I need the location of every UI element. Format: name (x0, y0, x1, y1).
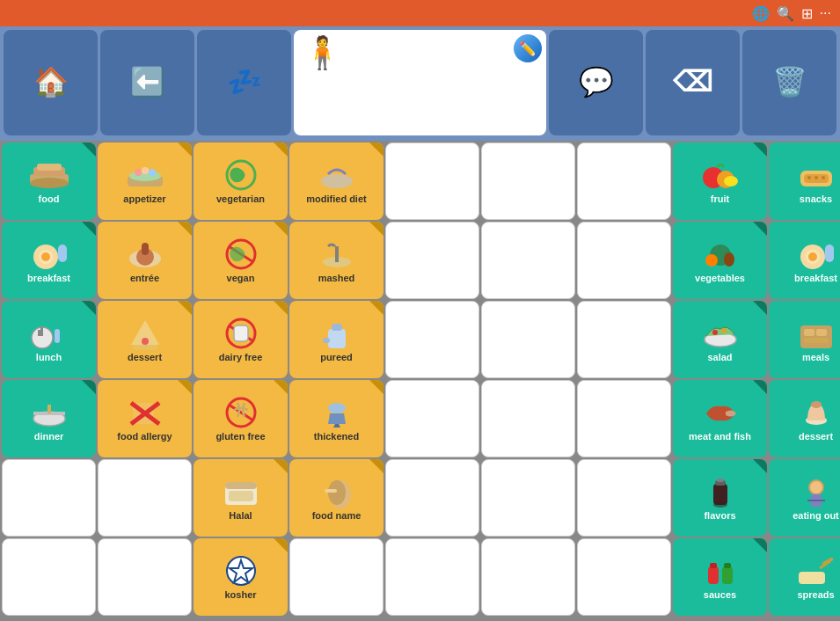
cell-mashed[interactable]: mashed (289, 222, 383, 299)
svg-rect-87 (799, 572, 825, 584)
cell-dessert[interactable]: dessert (98, 301, 192, 378)
cell-eating-out[interactable]: eating out (769, 459, 840, 537)
kosher-label: kosher (224, 589, 256, 600)
cell-fruit[interactable]: fruit (673, 142, 767, 220)
svg-rect-81 (816, 329, 827, 336)
jump-back-button[interactable]: ⬅️ (100, 30, 194, 135)
cell-empty-5-2 (481, 301, 575, 378)
cell-vegan[interactable]: vegan (194, 222, 288, 299)
cell-Halal[interactable]: Halal (194, 459, 288, 537)
speak-icon: 💬 (579, 67, 614, 98)
more-icon[interactable]: ··· (820, 5, 831, 22)
trash-icon: 🗑️ (772, 67, 807, 98)
cell-food-name[interactable]: food name (289, 459, 383, 537)
col-modified-diet: modified dietmashedpureedthickenedfood n… (289, 142, 383, 619)
cell-breakfast[interactable]: breakfast (769, 222, 840, 299)
svg-rect-65 (708, 566, 719, 584)
sauces-icon (699, 554, 741, 588)
clear-button[interactable]: 🗑️ (742, 30, 836, 135)
dinner-icon (28, 396, 70, 429)
cell-snacks[interactable]: snacks (769, 142, 840, 220)
flavors-icon (699, 475, 741, 508)
back-arrow-icon: ⬅️ (130, 67, 165, 98)
cell-pureed[interactable]: pureed (289, 301, 383, 378)
cell-dairy-free[interactable]: dairy free (194, 301, 288, 378)
cell-empty-6-5 (577, 538, 671, 616)
cell-kosher[interactable]: kosher (194, 538, 288, 616)
svg-point-60 (721, 328, 727, 333)
meals-label: meals (802, 352, 829, 362)
svg-point-56 (705, 254, 718, 267)
cell-empty-5-0 (481, 142, 575, 220)
vegan-label: vegan (227, 273, 255, 283)
cell-spreads[interactable]: spreads (769, 538, 840, 616)
spreads-icon (795, 554, 837, 588)
appetizer-label: appetizer (123, 194, 165, 204)
svg-rect-39 (229, 491, 253, 501)
salad-label: salad (707, 352, 732, 362)
col-diet-types: vegetarianvegandairy freegluten freeHala… (194, 142, 288, 619)
cell-dessert[interactable]: dessert (769, 380, 840, 457)
jump-home-button[interactable]: 🏠 (4, 30, 98, 135)
cell-lunch[interactable]: lunch (2, 301, 96, 378)
search-icon[interactable]: 🔍 (777, 5, 794, 22)
speak-button[interactable]: 💬 (549, 30, 643, 135)
thickened-label: thickened (314, 431, 359, 442)
cell-empty-1-4 (98, 459, 192, 537)
svg-rect-7 (58, 245, 67, 262)
sauces-label: sauces (704, 589, 736, 600)
chat-area[interactable]: 🧍 ✏️ (294, 30, 546, 135)
vegetarian-icon (220, 158, 262, 192)
svg-rect-24 (133, 345, 157, 350)
cell-food[interactable]: food (2, 142, 96, 220)
svg-rect-68 (724, 563, 731, 568)
cell-appetizer[interactable]: appetizer (98, 142, 192, 220)
cell-meat-and-fish[interactable]: meat and fish (673, 380, 767, 457)
svg-rect-63 (717, 479, 724, 482)
col-empty-1 (385, 142, 479, 619)
pureed-label: pureed (320, 352, 353, 362)
grid-icon[interactable]: ⊞ (801, 5, 813, 22)
pencil-icon[interactable]: ✏️ (514, 34, 542, 62)
cell-vegetables[interactable]: vegetables (673, 222, 767, 299)
svg-point-42 (321, 174, 353, 188)
svg-rect-9 (40, 327, 43, 336)
food-label: food (39, 194, 60, 204)
gluten-free-label: gluten free (215, 431, 265, 442)
delete-icon: ⌫ (673, 67, 712, 98)
svg-rect-51 (325, 489, 337, 493)
cell-gluten-free[interactable]: gluten free (194, 380, 288, 457)
cell-salad[interactable]: salad (673, 301, 767, 378)
svg-rect-80 (804, 338, 829, 343)
globe-icon[interactable]: 🌐 (752, 5, 770, 22)
delete-word-button[interactable]: ⌫ (646, 30, 740, 135)
svg-rect-11 (55, 329, 60, 343)
rest-button[interactable]: 💤 (197, 30, 291, 135)
svg-rect-45 (328, 329, 346, 348)
svg-point-2 (30, 178, 69, 188)
cell-breakfast[interactable]: breakfast (2, 222, 96, 299)
cell-dinner[interactable]: dinner (2, 380, 96, 457)
svg-rect-78 (800, 325, 832, 348)
cell-meals[interactable]: meals (769, 301, 840, 378)
cell-food-allergy[interactable]: food allergy (98, 380, 192, 457)
cell-entrée[interactable]: entrée (98, 222, 192, 299)
food-name-label: food name (312, 510, 362, 521)
svg-rect-47 (323, 338, 330, 343)
cell-empty-6-4 (577, 459, 671, 537)
cell-thickened[interactable]: thickened (289, 380, 383, 457)
cell-empty-1-5 (98, 538, 192, 616)
cell-flavors[interactable]: flavors (673, 459, 767, 537)
home-icon: 🏠 (33, 67, 69, 98)
mashed-label: mashed (318, 273, 355, 283)
cell-vegetarian[interactable]: vegetarian (194, 142, 288, 220)
cell-sauces[interactable]: sauces (673, 538, 767, 616)
flavors-label: flavors (704, 510, 735, 521)
cell-empty-0-4 (2, 459, 96, 537)
svg-rect-22 (142, 243, 149, 255)
cell-modified-diet[interactable]: modified diet (289, 142, 383, 220)
svg-rect-3 (37, 164, 62, 171)
cell-empty-4-4 (385, 459, 479, 537)
spreads-label: spreads (797, 589, 834, 600)
mashed-icon (316, 237, 358, 271)
